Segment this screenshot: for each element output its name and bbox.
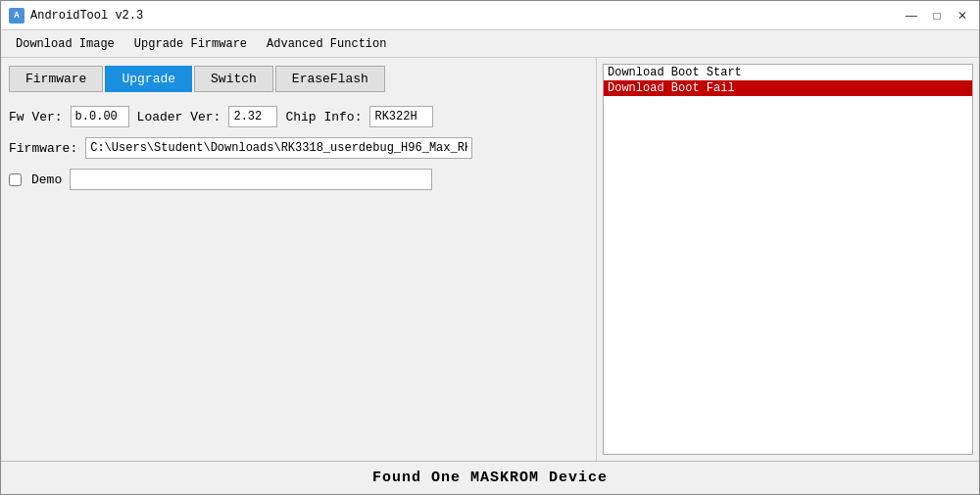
window-controls: — □ ✕: [903, 7, 971, 25]
menu-advanced-function[interactable]: Advanced Function: [258, 33, 395, 55]
window-title: AndroidTool v2.3: [30, 9, 143, 23]
menu-download-image[interactable]: Download Image: [7, 33, 123, 55]
chip-info-label: Chip Info:: [285, 110, 362, 124]
log-line-1: Download Boot Start: [604, 65, 972, 80]
tab-upgrade[interactable]: Upgrade: [105, 66, 192, 92]
form-section: Fw Ver: Loader Ver: Chip Info: Firmware:…: [9, 102, 588, 194]
chip-info-input[interactable]: [369, 106, 433, 127]
fw-ver-input[interactable]: [71, 106, 129, 127]
menu-bar: Download Image Upgrade Firmware Advanced…: [1, 30, 979, 58]
status-bar: Found One MASKROM Device: [1, 461, 979, 494]
app-icon: A: [9, 8, 24, 24]
fw-ver-label: Fw Ver:: [9, 110, 63, 124]
left-panel: Firmware Upgrade Switch EraseFlash Fw Ve…: [1, 58, 597, 461]
loader-ver-label: Loader Ver:: [137, 110, 221, 124]
tab-eraseflash[interactable]: EraseFlash: [275, 66, 385, 92]
main-content: Firmware Upgrade Switch EraseFlash Fw Ve…: [1, 58, 979, 461]
tab-switch[interactable]: Switch: [194, 66, 273, 92]
demo-row: Demo: [9, 169, 588, 190]
minimize-button[interactable]: —: [903, 7, 920, 25]
main-window: A AndroidTool v2.3 — □ ✕ Download Image …: [0, 0, 980, 495]
title-bar: A AndroidTool v2.3 — □ ✕: [1, 1, 979, 30]
loader-ver-input[interactable]: [228, 106, 277, 127]
demo-label: Demo: [31, 173, 62, 187]
version-row: Fw Ver: Loader Ver: Chip Info:: [9, 106, 588, 127]
demo-text-input[interactable]: [70, 169, 432, 190]
log-area: Download Boot Start Download Boot Fail: [603, 64, 973, 455]
right-panel: Download Boot Start Download Boot Fail: [597, 58, 979, 461]
tab-firmware[interactable]: Firmware: [9, 66, 103, 92]
maximize-button[interactable]: □: [928, 7, 946, 25]
log-line-2: Download Boot Fail: [604, 80, 972, 96]
status-text: Found One MASKROM Device: [372, 470, 608, 486]
tab-bar: Firmware Upgrade Switch EraseFlash: [9, 66, 588, 92]
firmware-path-input[interactable]: [85, 137, 472, 159]
firmware-row: Firmware:: [9, 137, 588, 159]
demo-checkbox[interactable]: [9, 173, 22, 186]
menu-upgrade-firmware[interactable]: Upgrade Firmware: [125, 33, 256, 55]
close-button[interactable]: ✕: [954, 7, 971, 25]
firmware-label: Firmware:: [9, 141, 77, 156]
title-bar-left: A AndroidTool v2.3: [9, 8, 143, 24]
